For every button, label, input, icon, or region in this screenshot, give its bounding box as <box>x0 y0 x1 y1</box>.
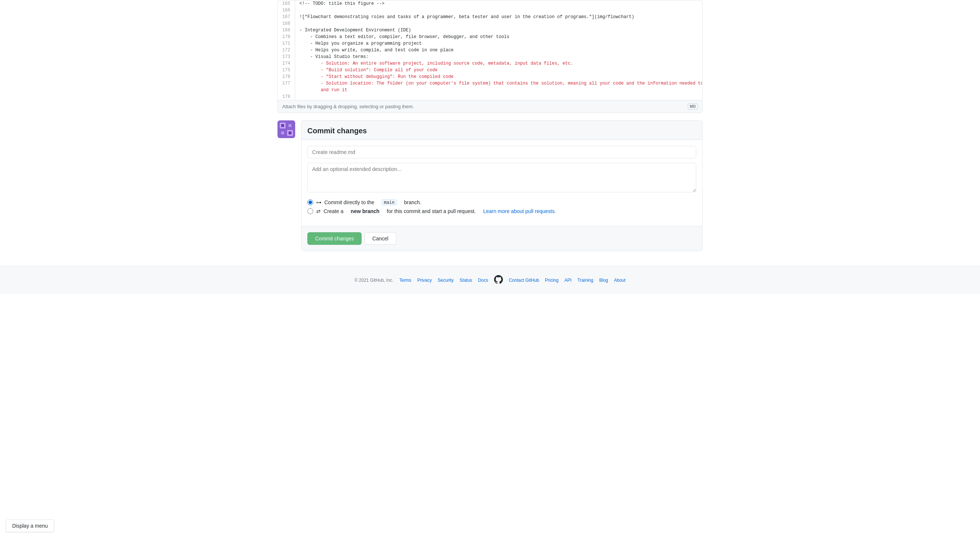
line-content: - Visual Studio terms: <box>295 54 703 60</box>
commit-actions: Commit changes Cancel <box>301 226 702 251</box>
line-number: 168 <box>278 20 295 27</box>
svg-rect-5 <box>281 124 284 127</box>
footer-link-contact[interactable]: Contact GitHub <box>509 278 539 283</box>
table-row: 170 - Combines a text editor, compiler, … <box>278 34 703 40</box>
avatar <box>277 120 295 139</box>
table-row: 169- Integrated Development Environment … <box>278 27 703 34</box>
line-content: - Solution location: The folder (on your… <box>295 80 703 93</box>
footer: © 2021 GitHub, Inc. Terms Privacy Securi… <box>0 266 980 294</box>
radio-new-label-post: for this commit and start a pull request… <box>387 208 476 214</box>
line-number: 172 <box>278 47 295 54</box>
table-row: 168 <box>278 20 703 27</box>
table-row: 175 - "Build solution": Compile all of y… <box>278 67 703 73</box>
svg-rect-7 <box>281 131 284 134</box>
line-number: 175 <box>278 67 295 73</box>
radio-direct-label-post: branch. <box>404 200 422 205</box>
code-editor: 165<!-- TODO: title this figure -->16616… <box>277 0 703 113</box>
svg-rect-8 <box>288 131 291 134</box>
line-number: 177 <box>278 80 295 93</box>
footer-link-api[interactable]: API <box>565 278 571 283</box>
table-row: 166 <box>278 7 703 14</box>
line-content: - Combines a text editor, compiler, file… <box>295 34 703 40</box>
line-number: 170 <box>278 34 295 40</box>
attach-bar: Attach files by dragging & dropping, sel… <box>278 100 702 113</box>
radio-direct-input[interactable] <box>307 200 313 205</box>
table-row: 178 <box>278 93 703 100</box>
commit-button[interactable]: Commit changes <box>307 232 361 245</box>
footer-inner: © 2021 GitHub, Inc. Terms Privacy Securi… <box>0 275 980 285</box>
line-number: 178 <box>278 93 295 100</box>
pr-icon: ⇄ <box>316 208 321 214</box>
line-content: - "Start without debugging": Run the com… <box>295 73 703 80</box>
table-row: 165<!-- TODO: title this figure --> <box>278 0 703 7</box>
commit-form-body: ⊶ Commit directly to the main branch. ⇄ … <box>301 140 702 226</box>
commit-summary-input[interactable] <box>307 146 696 158</box>
table-row: 174 - Solution: An entire software proje… <box>278 60 703 67</box>
attach-text: Attach files by dragging & dropping, sel… <box>282 104 414 109</box>
radio-new-input[interactable] <box>307 208 313 214</box>
footer-link-security[interactable]: Security <box>438 278 453 283</box>
line-number: 166 <box>278 7 295 14</box>
footer-link-status[interactable]: Status <box>460 278 472 283</box>
table-row: 177 - Solution location: The folder (on … <box>278 80 703 93</box>
line-content: - Helps you write, compile, and test cod… <box>295 47 703 54</box>
line-content: - Helps you organize a programming proje… <box>295 40 703 47</box>
table-row: 171 - Helps you organize a programming p… <box>278 40 703 47</box>
line-content: - "Build solution": Compile all of your … <box>295 67 703 73</box>
footer-link-about[interactable]: About <box>614 278 625 283</box>
line-number: 176 <box>278 73 295 80</box>
line-number: 173 <box>278 54 295 60</box>
line-content: - Solution: An entire software project, … <box>295 60 703 67</box>
arrow-annotation: Commit changes <box>307 232 361 245</box>
radio-new-label-pre: Create a <box>324 208 344 214</box>
line-number: 171 <box>278 40 295 47</box>
line-content <box>295 93 703 100</box>
line-content <box>295 7 703 14</box>
table-row: 176 - "Start without debugging": Run the… <box>278 73 703 80</box>
commit-description-input[interactable] <box>307 163 696 192</box>
footer-copyright: © 2021 GitHub, Inc. <box>355 278 394 283</box>
svg-rect-6 <box>288 124 291 127</box>
commit-title: Commit changes <box>307 127 696 135</box>
table-row: 173 - Visual Studio terms: <box>278 54 703 60</box>
github-logo <box>494 275 503 285</box>
learn-more-link[interactable]: Learn more about pull requests. <box>483 208 556 214</box>
table-row: 167!["Flowchart demonstrating roles and … <box>278 14 703 20</box>
radio-direct-label-pre: Commit directly to the <box>325 200 374 205</box>
line-content: !["Flowchart demonstrating roles and tas… <box>295 14 703 20</box>
line-number: 169 <box>278 27 295 34</box>
line-content: <!-- TODO: title this figure --> <box>295 0 703 7</box>
main-branch-badge: main <box>382 200 397 205</box>
radio-new-bold: new branch <box>351 208 380 214</box>
line-content: - Integrated Development Environment (ID… <box>295 27 703 34</box>
radio-group: ⊶ Commit directly to the main branch. ⇄ … <box>307 200 696 214</box>
md-icon: MD <box>688 104 698 110</box>
line-content <box>295 20 703 27</box>
radio-new-option[interactable]: ⇄ Create a new branch for this commit an… <box>307 208 696 214</box>
table-row: 172 - Helps you write, compile, and test… <box>278 47 703 54</box>
line-number: 174 <box>278 60 295 67</box>
footer-link-pricing[interactable]: Pricing <box>545 278 558 283</box>
cancel-button[interactable]: Cancel <box>364 232 396 245</box>
footer-link-privacy[interactable]: Privacy <box>417 278 432 283</box>
line-number: 165 <box>278 0 295 7</box>
commit-form-header: Commit changes <box>301 121 702 140</box>
code-table: 165<!-- TODO: title this figure -->16616… <box>278 0 703 100</box>
footer-link-training[interactable]: Training <box>578 278 593 283</box>
commit-section: Commit changes ⊶ Commit directly to the … <box>277 113 703 259</box>
footer-link-docs[interactable]: Docs <box>478 278 488 283</box>
red-arrow-svg <box>301 223 304 249</box>
radio-direct-option[interactable]: ⊶ Commit directly to the main branch. <box>307 200 696 205</box>
footer-link-blog[interactable]: Blog <box>599 278 608 283</box>
branch-icon: ⊶ <box>316 200 321 205</box>
commit-form: Commit changes ⊶ Commit directly to the … <box>301 120 703 251</box>
line-number: 167 <box>278 14 295 20</box>
footer-link-terms[interactable]: Terms <box>399 278 411 283</box>
